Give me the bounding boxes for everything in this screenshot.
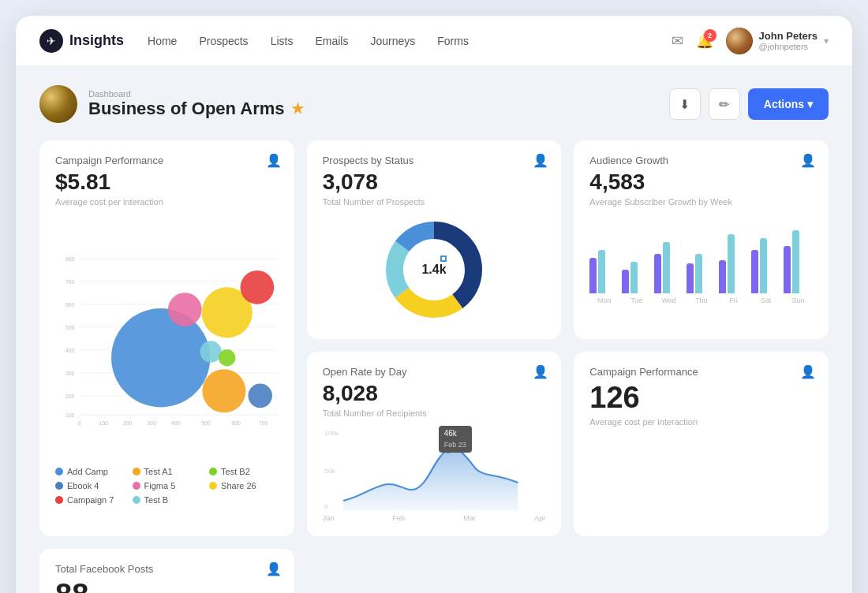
- svg-text:400: 400: [65, 348, 75, 353]
- legend-share26: Share 26: [209, 481, 279, 490]
- legend-dot-share26: [209, 482, 217, 490]
- bar-sat-2: [760, 238, 767, 293]
- audience-value: 4,583: [589, 170, 813, 195]
- user-icon-fb: 👤: [266, 561, 282, 576]
- svg-text:400: 400: [171, 420, 181, 426]
- nav-home[interactable]: Home: [148, 32, 177, 50]
- svg-text:300: 300: [65, 371, 75, 376]
- legend-test-b: Test B: [133, 495, 202, 505]
- bar-chart: [589, 214, 813, 293]
- bar-sun-1: [784, 246, 791, 293]
- edit-button[interactable]: ✏: [709, 88, 740, 120]
- bar-label-fri: Fri: [719, 296, 748, 304]
- openrate-title: Open Rate by Day: [323, 366, 546, 378]
- legend-dot-campaign7: [55, 496, 63, 504]
- cp-small-value: 126: [589, 381, 813, 415]
- user-icon-openrate: 👤: [533, 364, 548, 379]
- audience-growth-card: 👤 Audience Growth 4,583 Average Subscrib…: [574, 140, 829, 339]
- area-tooltip: 46k Feb 23: [439, 426, 472, 453]
- bar-label-tue: Tue: [622, 296, 651, 304]
- bar-group-wed: [654, 242, 683, 293]
- mail-icon[interactable]: ✉: [672, 32, 683, 50]
- legend-dot-test-b: [133, 496, 140, 504]
- svg-text:600: 600: [65, 302, 75, 308]
- svg-text:200: 200: [65, 393, 75, 399]
- logo-icon: ✈: [39, 29, 63, 53]
- svg-text:100: 100: [65, 412, 75, 418]
- svg-text:0: 0: [78, 420, 81, 426]
- logo[interactable]: ✈ Insights: [39, 29, 124, 53]
- bar-label-wed: Wed: [654, 296, 683, 304]
- prospects-title: Prospects by Status: [323, 155, 546, 166]
- svg-text:50k: 50k: [324, 468, 335, 475]
- dashboard-grid: 👤 Campaign Performance $5.81 Average cos…: [39, 140, 829, 593]
- bar-fri-2: [728, 234, 735, 293]
- user-icon: 👤: [266, 153, 282, 168]
- svg-text:600: 600: [231, 420, 241, 426]
- legend-campaign7: Campaign 7: [55, 495, 125, 505]
- audience-sub: Average Subscriber Growth by Week: [589, 197, 813, 207]
- prospects-value: 3,078: [323, 170, 546, 195]
- user-icon-cp-small: 👤: [800, 364, 816, 379]
- fb-value: 88: [55, 578, 279, 593]
- main-content: Dashboard Business of Open Arms ★ ⬇ ✏ Ac…: [16, 66, 852, 593]
- nav-emails[interactable]: Emails: [315, 32, 348, 50]
- user-icon-audience: 👤: [800, 153, 816, 168]
- actions-button[interactable]: Actions ▾: [748, 88, 829, 120]
- bar-fri-1: [719, 260, 726, 293]
- svg-text:700: 700: [259, 420, 268, 426]
- bar-group-mon: [589, 250, 619, 293]
- user-menu[interactable]: John Peters @johnpeters ▾: [726, 28, 829, 54]
- chevron-down-icon: ▾: [824, 35, 829, 47]
- x-label-feb: Feb: [393, 514, 406, 522]
- logo-text: Insights: [69, 32, 124, 49]
- bar-thu-2: [695, 254, 702, 293]
- nav-prospects[interactable]: Prospects: [199, 32, 248, 50]
- bar-group-sun: [784, 230, 813, 293]
- campaign-title: Campaign Performance: [55, 155, 279, 166]
- bar-sat-1: [751, 250, 758, 293]
- cp-small-sub: Average cost per interaction: [589, 417, 813, 427]
- prospects-by-status-card: 👤 Prospects by Status 3,078 Total Number…: [307, 140, 562, 339]
- x-label-jan: Jan: [323, 514, 335, 522]
- notification-bell[interactable]: 🔔 2: [696, 32, 713, 50]
- nav-actions: ✉ 🔔 2 John Peters @johnpeters ▾: [672, 28, 829, 54]
- legend-dot-add-camp: [55, 468, 63, 476]
- bar-label-thu: Thu: [687, 296, 716, 304]
- nav-lists[interactable]: Lists: [271, 32, 294, 50]
- campaign-performance-small-card: 👤 Campaign Performance 126 Average cost …: [574, 352, 829, 536]
- bar-tue-2: [630, 262, 638, 293]
- bar-mon-1: [589, 258, 597, 293]
- bar-tue-1: [622, 270, 629, 293]
- svg-point-31: [248, 384, 272, 408]
- fb-title: Total Facebook Posts: [55, 563, 279, 575]
- page-title-area: Dashboard Business of Open Arms ★: [39, 85, 304, 123]
- x-label-mar: Mar: [463, 514, 476, 522]
- legend-add-camp: Add Camp: [55, 467, 125, 476]
- area-chart: 100k 50k 0 46k Feb 23: [323, 426, 546, 513]
- nav-forms[interactable]: Forms: [437, 32, 469, 50]
- campaign-sub: Average cost per interaction: [55, 197, 279, 207]
- bar-sun-2: [792, 230, 799, 293]
- bar-mon-2: [598, 250, 605, 293]
- bar-label-sat: Sat: [751, 296, 780, 304]
- bubble-chart: 800 700 600 500 400 300 200 100 0 100 20…: [55, 214, 279, 459]
- legend-dot-test-b2: [209, 468, 217, 476]
- bar-group-thu: [687, 254, 716, 293]
- svg-text:0: 0: [324, 504, 328, 510]
- openrate-sub: Total Number of Recipients: [323, 408, 546, 418]
- user-details: John Peters @johnpeters: [759, 30, 817, 51]
- openrate-value: 8,028: [323, 381, 546, 406]
- page-title: Business of Open Arms ★: [88, 99, 304, 119]
- header-actions: ⬇ ✏ Actions ▾: [669, 88, 829, 120]
- bar-wed-1: [654, 254, 661, 293]
- nav-journeys[interactable]: Journeys: [370, 32, 415, 50]
- svg-text:100k: 100k: [324, 431, 339, 437]
- user-name: John Peters: [759, 30, 817, 42]
- bar-group-tue: [622, 262, 651, 293]
- bar-labels: Mon Tue Wed Thu Fri Sat Sun: [589, 296, 813, 304]
- bar-label-sun: Sun: [784, 296, 813, 304]
- download-button[interactable]: ⬇: [669, 88, 701, 120]
- user-handle: @johnpeters: [759, 42, 817, 51]
- svg-text:500: 500: [65, 325, 75, 330]
